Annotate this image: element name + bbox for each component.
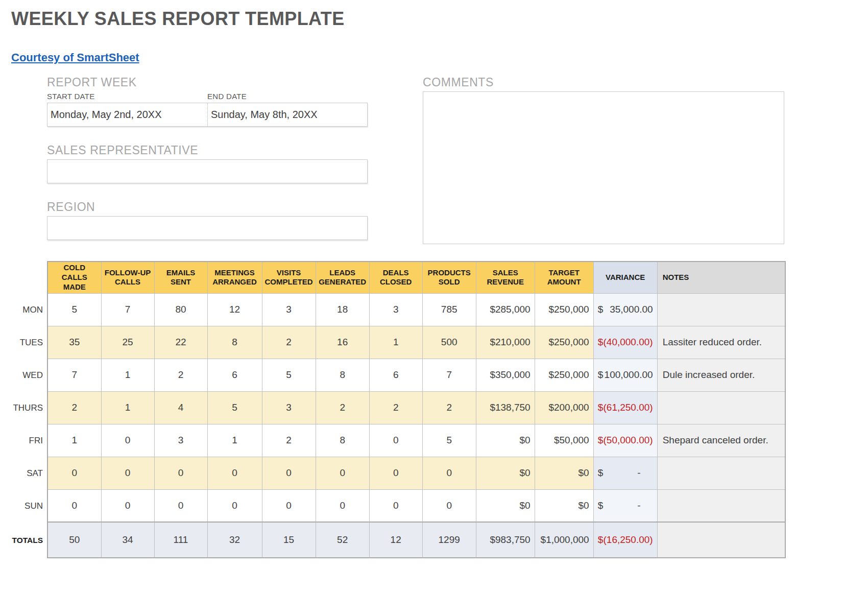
cell-thurs-notes[interactable] — [657, 391, 785, 424]
cell-totals-emails-sent[interactable]: 111 — [154, 522, 207, 558]
cell-thurs-sales-revenue[interactable]: $138,750 — [476, 391, 535, 424]
cell-sun-target-amount[interactable]: $0 — [535, 489, 593, 522]
comments-field[interactable] — [423, 91, 784, 244]
end-date-field[interactable]: Sunday, May 8th, 20XX — [208, 103, 367, 126]
cell-sun-leads-generated[interactable]: 0 — [316, 489, 369, 522]
cell-wed-variance[interactable]: $100,000.00 — [593, 359, 657, 391]
cell-sun-cold-calls-made[interactable]: 0 — [47, 489, 101, 522]
cell-fri-follow-up-calls[interactable]: 0 — [101, 424, 154, 457]
cell-thurs-follow-up-calls[interactable]: 1 — [101, 391, 154, 424]
cell-thurs-emails-sent[interactable]: 4 — [154, 391, 207, 424]
cell-sun-variance[interactable]: $- — [593, 489, 657, 522]
cell-tues-products-sold[interactable]: 500 — [422, 326, 476, 359]
cell-totals-sales-revenue[interactable]: $983,750 — [476, 522, 535, 558]
cell-mon-follow-up-calls[interactable]: 7 — [101, 293, 154, 326]
cell-sat-deals-closed[interactable]: 0 — [369, 457, 422, 489]
cell-totals-meetings-arranged[interactable]: 32 — [207, 522, 262, 558]
cell-wed-target-amount[interactable]: $250,000 — [535, 359, 593, 391]
start-date-field[interactable]: Monday, May 2nd, 20XX — [47, 103, 208, 126]
cell-tues-variance[interactable]: $(40,000.00) — [593, 326, 657, 359]
cell-thurs-visits-completed[interactable]: 3 — [262, 391, 316, 424]
cell-sat-follow-up-calls[interactable]: 0 — [101, 457, 154, 489]
cell-tues-deals-closed[interactable]: 1 — [369, 326, 422, 359]
cell-tues-leads-generated[interactable]: 16 — [316, 326, 369, 359]
cell-fri-deals-closed[interactable]: 0 — [369, 424, 422, 457]
cell-fri-notes[interactable]: Shepard canceled order. — [657, 424, 785, 457]
sales-rep-field[interactable] — [47, 159, 368, 183]
cell-wed-leads-generated[interactable]: 8 — [316, 359, 369, 391]
cell-sun-sales-revenue[interactable]: $0 — [476, 489, 535, 522]
cell-sun-follow-up-calls[interactable]: 0 — [101, 489, 154, 522]
cell-wed-notes[interactable]: Dule increased order. — [657, 359, 785, 391]
cell-totals-products-sold[interactable]: 1299 — [422, 522, 476, 558]
cell-tues-visits-completed[interactable]: 2 — [262, 326, 316, 359]
cell-thurs-meetings-arranged[interactable]: 5 — [207, 391, 262, 424]
smartsheet-credit-link[interactable]: Courtesy of SmartSheet — [11, 51, 139, 64]
cell-tues-target-amount[interactable]: $250,000 — [535, 326, 593, 359]
cell-totals-target-amount[interactable]: $1,000,000 — [535, 522, 593, 558]
cell-mon-deals-closed[interactable]: 3 — [369, 293, 422, 326]
cell-wed-visits-completed[interactable]: 5 — [262, 359, 316, 391]
cell-tues-sales-revenue[interactable]: $210,000 — [476, 326, 535, 359]
cell-mon-visits-completed[interactable]: 3 — [262, 293, 316, 326]
cell-totals-follow-up-calls[interactable]: 34 — [101, 522, 154, 558]
cell-mon-leads-generated[interactable]: 18 — [316, 293, 369, 326]
cell-fri-leads-generated[interactable]: 8 — [316, 424, 369, 457]
cell-totals-cold-calls-made[interactable]: 50 — [47, 522, 101, 558]
cell-sun-emails-sent[interactable]: 0 — [154, 489, 207, 522]
cell-fri-sales-revenue[interactable]: $0 — [476, 424, 535, 457]
cell-sun-deals-closed[interactable]: 0 — [369, 489, 422, 522]
cell-wed-deals-closed[interactable]: 6 — [369, 359, 422, 391]
cell-tues-follow-up-calls[interactable]: 25 — [101, 326, 154, 359]
cell-fri-emails-sent[interactable]: 3 — [154, 424, 207, 457]
cell-sun-notes[interactable] — [657, 489, 785, 522]
cell-sat-products-sold[interactable]: 0 — [422, 457, 476, 489]
cell-thurs-target-amount[interactable]: $200,000 — [535, 391, 593, 424]
cell-tues-notes[interactable]: Lassiter reduced order. — [657, 326, 785, 359]
cell-sat-sales-revenue[interactable]: $0 — [476, 457, 535, 489]
cell-sat-target-amount[interactable]: $0 — [535, 457, 593, 489]
cell-sat-notes[interactable] — [657, 457, 785, 489]
cell-wed-emails-sent[interactable]: 2 — [154, 359, 207, 391]
cell-wed-meetings-arranged[interactable]: 6 — [207, 359, 262, 391]
cell-fri-target-amount[interactable]: $50,000 — [535, 424, 593, 457]
cell-fri-products-sold[interactable]: 5 — [422, 424, 476, 457]
cell-wed-sales-revenue[interactable]: $350,000 — [476, 359, 535, 391]
cell-mon-cold-calls-made[interactable]: 5 — [47, 293, 101, 326]
cell-thurs-variance[interactable]: $(61,250.00) — [593, 391, 657, 424]
cell-mon-notes[interactable] — [657, 293, 785, 326]
cell-tues-emails-sent[interactable]: 22 — [154, 326, 207, 359]
cell-sat-leads-generated[interactable]: 0 — [316, 457, 369, 489]
cell-mon-target-amount[interactable]: $250,000 — [535, 293, 593, 326]
cell-sat-cold-calls-made[interactable]: 0 — [47, 457, 101, 489]
cell-wed-products-sold[interactable]: 7 — [422, 359, 476, 391]
cell-thurs-deals-closed[interactable]: 2 — [369, 391, 422, 424]
cell-sun-products-sold[interactable]: 0 — [422, 489, 476, 522]
cell-fri-variance[interactable]: $(50,000.00) — [593, 424, 657, 457]
cell-thurs-products-sold[interactable]: 2 — [422, 391, 476, 424]
cell-tues-cold-calls-made[interactable]: 35 — [47, 326, 101, 359]
cell-thurs-leads-generated[interactable]: 2 — [316, 391, 369, 424]
region-field[interactable] — [47, 216, 368, 240]
cell-totals-visits-completed[interactable]: 15 — [262, 522, 316, 558]
cell-mon-meetings-arranged[interactable]: 12 — [207, 293, 262, 326]
cell-sat-meetings-arranged[interactable]: 0 — [207, 457, 262, 489]
cell-wed-cold-calls-made[interactable]: 7 — [47, 359, 101, 391]
cell-fri-cold-calls-made[interactable]: 1 — [47, 424, 101, 457]
cell-mon-emails-sent[interactable]: 80 — [154, 293, 207, 326]
cell-sat-visits-completed[interactable]: 0 — [262, 457, 316, 489]
cell-mon-variance[interactable]: $35,000.00 — [593, 293, 657, 326]
cell-totals-variance[interactable]: $(16,250.00) — [593, 522, 657, 558]
cell-sat-emails-sent[interactable]: 0 — [154, 457, 207, 489]
cell-sun-meetings-arranged[interactable]: 0 — [207, 489, 262, 522]
cell-thurs-cold-calls-made[interactable]: 2 — [47, 391, 101, 424]
cell-fri-meetings-arranged[interactable]: 1 — [207, 424, 262, 457]
cell-sun-visits-completed[interactable]: 0 — [262, 489, 316, 522]
cell-fri-visits-completed[interactable]: 2 — [262, 424, 316, 457]
cell-sat-variance[interactable]: $- — [593, 457, 657, 489]
cell-wed-follow-up-calls[interactable]: 1 — [101, 359, 154, 391]
cell-mon-products-sold[interactable]: 785 — [422, 293, 476, 326]
cell-totals-leads-generated[interactable]: 52 — [316, 522, 369, 558]
cell-tues-meetings-arranged[interactable]: 8 — [207, 326, 262, 359]
cell-totals-deals-closed[interactable]: 12 — [369, 522, 422, 558]
